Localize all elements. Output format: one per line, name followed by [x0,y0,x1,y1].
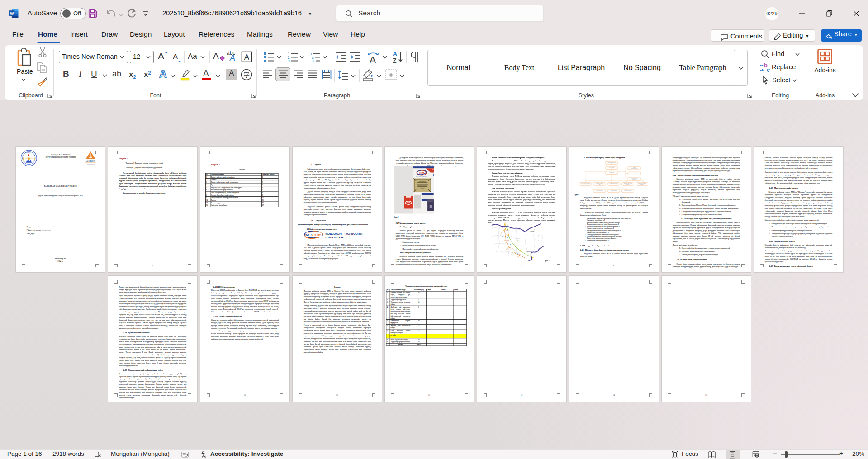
svg-text:Z: Z [393,57,397,64]
svg-text:ЗҮҮН ХАРАА: ЗҮҮН ХАРАА [529,247,535,248]
svg-text:баянгол: баянгол [508,235,511,236]
svg-text:чойр: чойр [513,250,515,251]
svg-text:сүлжээний төв газар: сүлжээний төв газар [610,190,617,191]
svg-text:A: A [393,50,397,57]
svg-text:i: i [313,59,314,62]
svg-text:COM: COM [312,233,321,237]
svg-text:COM: COM [419,172,424,174]
svg-text:ХЭНТИЙ: ХЭНТИЙ [529,231,534,232]
svg-text:хотол: хотол [503,233,505,234]
svg-text:Сүлжээ байгууламжийн: Сүлжээ байгууламжийн [596,183,603,184]
svg-text:字: 字 [244,71,250,78]
svg-text:A: A [244,53,250,62]
svg-text:ИХ СУРГУУЛЬ: ИХ СУРГУУЛЬ [24,164,33,166]
svg-text:САЙНШАНД: САЙНШАНД [519,246,525,247]
svg-text:c: c [767,66,770,73]
svg-text:НЭЭТ ОЧЫА ТФЙХЛГЭЭ: НЭЭТ ОЧЫА ТФЙХЛГЭЭ [416,176,427,177]
svg-text:ГЗ: ГЗ [611,168,612,169]
svg-text:ДОРНОГОВЬ: ДОРНОГОВЬ [527,240,534,241]
svg-text:NET: NET [306,233,312,237]
svg-text:МЭДЭЭЛЭЛ ХОЛБООНЫ СҮЛЖЭЭ: МЭДЭЭЛЭЛ ХОЛБООНЫ СҮЛЖЭЭ [305,238,320,239]
svg-text:W: W [10,11,14,16]
svg-text:ACBSP: ACBSP [86,159,95,162]
svg-text:Ерөнхий газар: Ерөнхий газар [609,172,614,173]
svg-text:Үйл ажиллагааны газар ҮАГ: Үйл ажиллагааны газар ҮАГ [609,183,618,184]
svg-text:Улаанбаатар хотын: Улаанбаатар хотын [611,190,617,191]
svg-text:ХӨВСГӨЛ: ХӨВСГӨЛ [498,227,503,228]
svg-text:сонгино: сонгино [506,240,509,241]
svg-text:ЧОЙР: ЧОЙР [516,240,519,241]
svg-text:хяналтын алба: хяналтын алба [632,173,636,174]
svg-text:төв: төв [599,191,600,191]
svg-text:A: A [370,54,376,63]
svg-text:МЭ: МЭ [432,169,434,171]
svg-text:3: 3 [288,59,290,62]
svg-text:ГОВЬСҮМБЭР: ГОВЬСҮМБЭР [519,237,526,237]
svg-text:СҮХБААТАР: СҮХБААТАР [508,227,513,228]
svg-text:газар БМГ: газар БМГ [626,184,629,185]
svg-text:COM: COM [407,202,410,204]
svg-text:УЛААНБААТАР: УЛААНБААТАР [510,234,517,235]
svg-text:газар: газар [598,184,600,185]
svg-text:газар МТГ: газар МТГ [640,184,643,185]
svg-text:ДУНДГОВЬ: ДУНДГОВЬ [501,245,507,246]
svg-text:ЗАМЫН-ҮҮД: ЗАМЫН-ҮҮД [525,251,532,252]
svg-text:МАНДАХ: МАНДАХ [25,152,33,154]
svg-text:ТУЗ: ТУЗ [611,163,612,164]
svg-text:БУЛГАН: БУЛГАН [493,229,497,230]
svg-text:ACCREDITED: ACCREDITED [86,163,95,165]
